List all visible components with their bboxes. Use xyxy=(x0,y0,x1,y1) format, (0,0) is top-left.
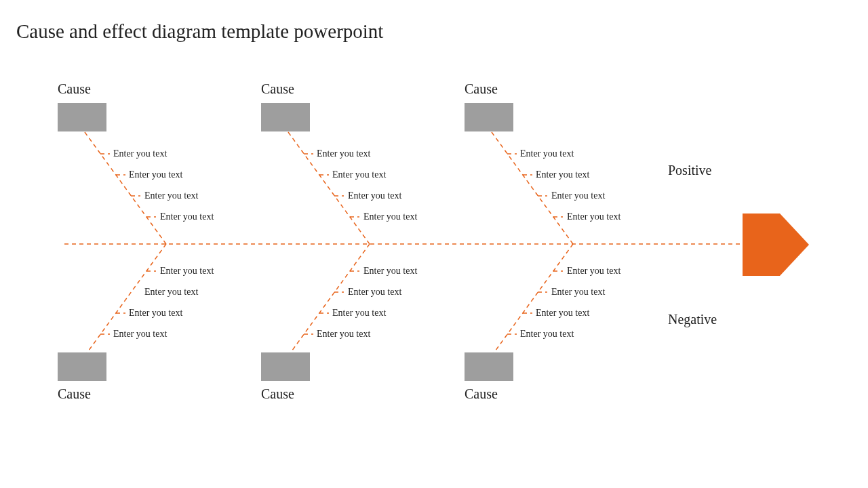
cause-item: Enter you text xyxy=(317,148,370,159)
cause-item: Enter you text xyxy=(551,287,605,298)
cause-item: Enter you text xyxy=(317,329,370,340)
effect-head-icon xyxy=(743,214,809,276)
cause-item: Enter you text xyxy=(363,266,417,277)
cause-label-bottom-1: Cause xyxy=(58,386,91,402)
fishbone-lines: < line x1="108" y1="311" x2="122" y2="31… xyxy=(58,81,817,407)
cause-item: Enter you text xyxy=(348,287,401,298)
negative-label: Negative xyxy=(668,312,717,327)
cause-label-top-2: Cause xyxy=(261,81,294,97)
cause-item: Enter you text xyxy=(520,148,574,159)
cause-item: Enter you text xyxy=(520,329,574,340)
cause-box-bottom-2 xyxy=(261,352,310,381)
cause-item: Enter you text xyxy=(363,211,417,222)
cause-label-bottom-3: Cause xyxy=(465,386,498,402)
cause-item: Enter you text xyxy=(160,266,214,277)
cause-box-top-1 xyxy=(58,103,106,131)
cause-item: Enter you text xyxy=(348,190,401,201)
cause-item: Enter you text xyxy=(144,190,198,201)
cause-label-bottom-2: Cause xyxy=(261,386,294,402)
cause-box-top-3 xyxy=(465,103,513,131)
cause-label-top-3: Cause xyxy=(465,81,498,97)
cause-item: Enter you text xyxy=(536,308,589,319)
cause-item: Enter you text xyxy=(144,287,198,298)
cause-item: Enter you text xyxy=(332,169,386,180)
cause-item: Enter you text xyxy=(129,308,182,319)
cause-item: Enter you text xyxy=(567,211,620,222)
svg-marker-30 xyxy=(743,214,809,276)
cause-box-bottom-3 xyxy=(465,352,513,381)
cause-box-bottom-1 xyxy=(58,352,106,381)
cause-label-top-1: Cause xyxy=(58,81,91,97)
cause-item: Enter you text xyxy=(129,169,182,180)
cause-item: Enter you text xyxy=(332,308,386,319)
cause-item: Enter you text xyxy=(113,148,167,159)
positive-label: Positive xyxy=(668,163,711,178)
cause-item: Enter you text xyxy=(536,169,589,180)
cause-item: Enter you text xyxy=(160,211,214,222)
fishbone-diagram: < line x1="108" y1="311" x2="122" y2="31… xyxy=(58,81,817,407)
cause-item: Enter you text xyxy=(567,266,620,277)
cause-box-top-2 xyxy=(261,103,310,131)
cause-item: Enter you text xyxy=(113,329,167,340)
page-title: Cause and effect diagram template powerp… xyxy=(16,20,383,43)
cause-item: Enter you text xyxy=(551,190,605,201)
